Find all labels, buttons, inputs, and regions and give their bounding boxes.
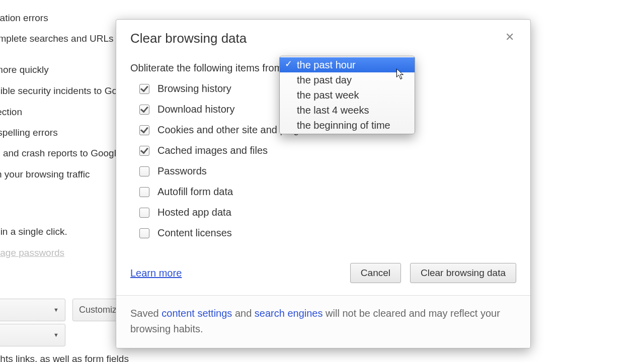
obliterate-prompt-label: Obliterate the following items from: — [130, 62, 285, 73]
learn-more-link[interactable]: Learn more — [130, 267, 182, 279]
checkbox[interactable] — [139, 228, 149, 238]
item-cached-files[interactable]: Cached images and files — [139, 145, 516, 156]
checkbox[interactable] — [139, 187, 149, 197]
time-range-option[interactable]: the beginning of time — [280, 118, 415, 133]
checkbox[interactable] — [139, 208, 149, 218]
clear-browsing-data-button[interactable]: Clear browsing data — [410, 263, 516, 283]
checkbox[interactable] — [139, 84, 149, 94]
time-range-option[interactable]: the past day — [280, 72, 415, 87]
checkbox[interactable] — [139, 125, 149, 135]
checkbox[interactable] — [139, 146, 149, 156]
time-range-option[interactable]: the past week — [280, 87, 415, 103]
time-range-dropdown[interactable]: the past hour the past day the past week… — [279, 56, 415, 134]
search-engines-link[interactable]: search engines — [255, 308, 323, 319]
cancel-button[interactable]: Cancel — [350, 263, 401, 283]
item-passwords[interactable]: Passwords — [139, 165, 516, 177]
item-autofill[interactable]: Autofill form data — [139, 186, 516, 198]
time-range-option[interactable]: the past hour — [280, 57, 415, 72]
item-hosted-app-data[interactable]: Hosted app data — [139, 207, 516, 218]
content-settings-link[interactable]: content settings — [162, 308, 232, 319]
item-content-licenses[interactable]: Content licenses — [139, 227, 516, 239]
checkbox[interactable] — [139, 105, 149, 115]
dialog-footer-note: Saved content settings and search engine… — [116, 295, 530, 348]
close-icon[interactable]: ✕ — [503, 31, 516, 44]
checkbox[interactable] — [139, 166, 149, 176]
dialog-title: Clear browsing data — [130, 31, 247, 46]
time-range-option[interactable]: the last 4 weeks — [280, 103, 415, 118]
